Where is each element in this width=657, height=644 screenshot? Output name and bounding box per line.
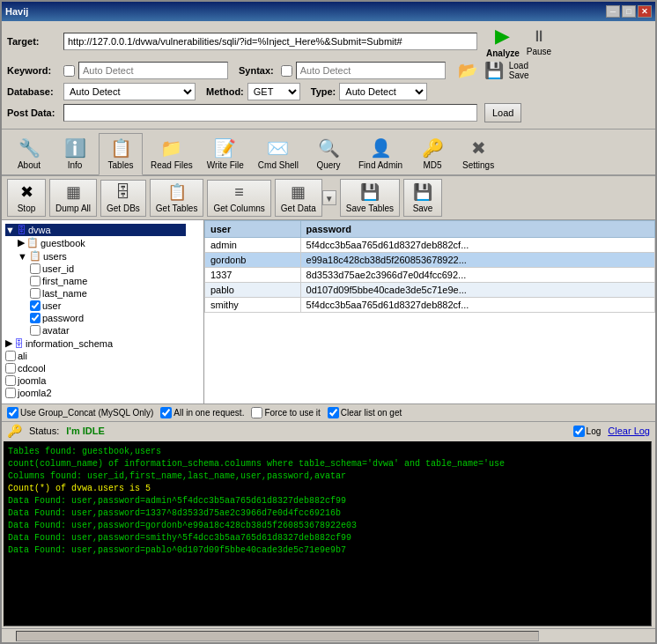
type-select[interactable]: Auto Detect xyxy=(339,83,427,100)
table-row[interactable]: gordonbe99a18c428cb38d5f260853678922... xyxy=(205,253,655,268)
stop-button[interactable]: ✖ Stop xyxy=(7,179,46,217)
tree-node-dvwa[interactable]: ▼ 🗄 dvwa xyxy=(5,224,186,236)
target-row: Target: ▶ Analyze ⏸ Pause xyxy=(7,25,650,58)
tree-node-user_id[interactable]: user_id xyxy=(30,263,186,275)
table-row[interactable]: pablo0d107d09f5bbe40cade3de5c71e9e... xyxy=(205,283,655,298)
key-icon: 🔑 xyxy=(7,424,22,438)
close-button[interactable]: ✕ xyxy=(638,5,652,18)
clear-log-button[interactable]: Clear Log xyxy=(608,426,650,436)
title-bar-controls: ─ □ ✕ xyxy=(606,5,652,18)
maximize-button[interactable]: □ xyxy=(622,5,636,18)
table-cell: 5f4dcc3b5aa765d61d8327deb882cf... xyxy=(300,298,654,313)
check-force-use[interactable]: Force to use it xyxy=(251,407,320,418)
nav-info-label: Info xyxy=(68,160,83,170)
tree-node-avatar[interactable]: avatar xyxy=(30,324,186,337)
tree-node-joomla2[interactable]: joomla2 xyxy=(5,387,186,399)
col-checkbox-user_id[interactable] xyxy=(30,263,41,274)
checkbox-all-in-one[interactable] xyxy=(160,407,172,418)
db-checkbox-cdcool[interactable] xyxy=(5,363,16,374)
dump-all-button[interactable]: ▦ Dump All xyxy=(49,179,97,217)
checkbox-group-concat[interactable] xyxy=(7,407,18,418)
table-cell: 5f4dcc3b5aa765d61d8327deb882cf... xyxy=(300,238,654,253)
nav-query[interactable]: 🔍 Query xyxy=(306,133,351,174)
check-group-concat[interactable]: Use Group_Concat (MySQL Only) xyxy=(7,407,153,418)
db-checkbox-ali[interactable] xyxy=(5,351,16,361)
nav-tables[interactable]: 📋 Tables xyxy=(99,133,143,175)
method-select[interactable]: GET POST xyxy=(247,83,300,100)
check-clear-list[interactable]: Clear list on get xyxy=(328,407,402,418)
nav-about[interactable]: 🔧 About xyxy=(7,133,51,174)
expander-dvwa[interactable]: ▼ xyxy=(5,225,15,235)
keyword-label: Keyword: xyxy=(7,65,60,76)
expander-info[interactable]: ▶ xyxy=(5,337,12,349)
table-row[interactable]: 13378d3533d75ae2c3966d7e0d4fcc692... xyxy=(205,268,655,283)
analyze-label[interactable]: Analyze xyxy=(486,48,520,58)
save-tables-button[interactable]: 💾 Save Tables xyxy=(340,179,400,217)
log-checkbox-label[interactable]: Log xyxy=(573,426,602,437)
postdata-label: Post Data: xyxy=(7,107,60,118)
table-cell: admin xyxy=(205,238,301,253)
pause-label[interactable]: Pause xyxy=(527,47,551,56)
table-row[interactable]: admin5f4dcc3b5aa765d61d8327deb882cf... xyxy=(205,238,655,253)
nav-info[interactable]: ℹ️ Info xyxy=(53,133,97,174)
nav-read-files-label: Read Files xyxy=(151,160,193,170)
col-checkbox-user[interactable] xyxy=(30,300,41,311)
checkbox-clear-list[interactable] xyxy=(328,407,339,418)
tree-node-information_schema[interactable]: ▶ 🗄 information_schema xyxy=(5,337,186,350)
tree-node-last_name[interactable]: last_name xyxy=(30,287,186,300)
nav-find-admin[interactable]: 👤 Find Admin xyxy=(352,133,409,174)
checkbox-force-use[interactable] xyxy=(251,407,262,418)
tree-node-first_name[interactable]: first_name xyxy=(30,275,186,287)
keyword-input[interactable] xyxy=(78,62,228,79)
tree-node-users[interactable]: ▼ 📋 users xyxy=(18,249,186,263)
data-table: user password admin5f4dcc3b5aa765d61d832… xyxy=(204,220,655,313)
db-checkbox-joomla[interactable] xyxy=(5,375,16,386)
table-cell: smithy xyxy=(205,298,301,313)
get-tables-button[interactable]: 📋 Get Tables xyxy=(150,179,204,217)
tree-node-ali[interactable]: ali xyxy=(5,350,186,362)
db-checkbox-joomla2[interactable] xyxy=(5,388,16,398)
settings-icon: ✖ xyxy=(471,137,486,159)
get-data-dropdown[interactable]: ▼ xyxy=(322,190,336,205)
col-checkbox-last_name[interactable] xyxy=(30,288,41,299)
get-columns-button[interactable]: ≡ Get Columns xyxy=(207,180,270,217)
keyword-checkbox[interactable] xyxy=(63,65,75,77)
expander-guestbook[interactable]: ▶ xyxy=(18,237,25,248)
data-panel: user password admin5f4dcc3b5aa765d61d832… xyxy=(204,220,655,403)
log-checkbox[interactable] xyxy=(573,426,585,437)
minimize-button[interactable]: ─ xyxy=(606,5,620,18)
table-row[interactable]: smithy5f4dcc3b5aa765d61d8327deb882cf... xyxy=(205,298,655,313)
nav-settings-label: Settings xyxy=(462,160,494,170)
get-dbs-button[interactable]: 🗄 Get DBs xyxy=(100,180,146,217)
get-data-button[interactable]: ▦ Get Data xyxy=(275,179,322,217)
col-checkbox-password[interactable] xyxy=(30,313,41,323)
save-button[interactable]: 💾 Save xyxy=(403,179,442,217)
nav-settings[interactable]: ✖ Settings xyxy=(456,133,500,174)
syntax-input[interactable] xyxy=(296,62,446,79)
keyword-row: Keyword: Syntax: 📂 💾 Load Save xyxy=(7,61,650,80)
horizontal-scrollbar[interactable] xyxy=(2,628,655,642)
nav-md5[interactable]: 🔑 MD5 xyxy=(410,133,454,174)
tree-label-guestbook: guestbook xyxy=(41,238,85,248)
tree-node-password[interactable]: password xyxy=(30,312,186,324)
tree-node-cdcool[interactable]: cdcool xyxy=(5,362,186,374)
col-checkbox-first_name[interactable] xyxy=(30,276,41,286)
tree-node-guestbook[interactable]: ▶ 📋 guestbook xyxy=(18,236,186,249)
folder-icon-info: 🗄 xyxy=(14,338,24,349)
tree-node-joomla[interactable]: joomla xyxy=(5,374,186,387)
col-checkbox-avatar[interactable] xyxy=(30,325,41,336)
nav-write-file[interactable]: 📝 Write File xyxy=(201,133,250,174)
load-button[interactable]: Load xyxy=(484,103,521,122)
target-input[interactable] xyxy=(63,33,477,50)
load-label[interactable]: Load xyxy=(509,61,528,70)
nav-read-files[interactable]: 📁 Read Files xyxy=(144,133,199,174)
tree-node-user[interactable]: user xyxy=(30,300,186,312)
check-all-in-one[interactable]: All in one request. xyxy=(160,407,244,418)
nav-cmd-shell[interactable]: ✉️ Cmd Shell xyxy=(252,133,305,174)
syntax-checkbox[interactable] xyxy=(281,65,292,77)
postdata-input[interactable] xyxy=(63,104,477,122)
type-label: Type: xyxy=(311,86,336,97)
database-select[interactable]: Auto Detect xyxy=(63,83,196,100)
expander-users[interactable]: ▼ xyxy=(18,251,27,262)
log-area[interactable]: Tables found: guestbook,userscount(colum… xyxy=(4,442,651,625)
